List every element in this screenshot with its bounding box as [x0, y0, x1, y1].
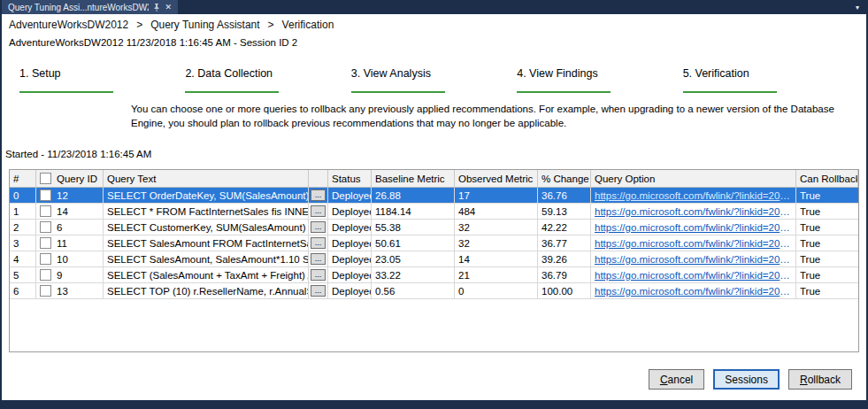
row-checkbox[interactable] — [40, 237, 51, 249]
cell-status: Deployed — [328, 188, 372, 203]
table-row[interactable]: 311SELECT SalesAmount FROM FactInternetS… — [10, 235, 858, 251]
status-bar — [2, 400, 866, 409]
row-checkbox[interactable] — [40, 189, 51, 201]
grid-header-label: Observed Metric — [458, 174, 533, 184]
wizard-step-progress-line — [517, 91, 611, 93]
breadcrumb-item[interactable]: Verification — [282, 19, 334, 31]
step-description: You can choose one or more queries to ro… — [131, 102, 855, 130]
cell-observed-metric: 21 — [455, 267, 538, 282]
cell-baseline-metric: 0.56 — [372, 283, 455, 298]
table-row[interactable]: 26SELECT CustomerKey, SUM(SalesAmount) A… — [10, 220, 858, 235]
cell-can-rollback: True — [796, 251, 858, 266]
tab-title: Query Tuning Assi...ntureWorksDW2012] — [8, 3, 149, 12]
expand-query-button[interactable]: ... — [311, 221, 326, 233]
cell-baseline-metric: 23.05 — [372, 251, 455, 266]
grid-header-label: Query Option — [595, 174, 655, 184]
cell-query-text: SELECT TOP (10) r.ResellerName, r.Annual… — [104, 283, 309, 298]
expand-query-button[interactable]: ... — [311, 205, 326, 217]
cell-observed-metric: 484 — [455, 204, 538, 219]
query-id-value: 13 — [57, 286, 68, 297]
grid-header-label: # — [13, 174, 19, 184]
wizard-step-label: 2. Data Collection — [185, 67, 350, 80]
row-checkbox[interactable] — [40, 221, 51, 233]
cell-query-id: 11 — [36, 235, 104, 251]
expand-query-button[interactable]: ... — [311, 285, 326, 297]
wizard-step-3[interactable]: 3. View Analysis — [351, 67, 517, 93]
row-checkbox[interactable] — [40, 253, 51, 265]
cell-can-rollback: True — [796, 220, 858, 235]
query-id-value: 9 — [57, 270, 62, 281]
cell-percent-change: 39.26 — [538, 251, 591, 266]
query-option-link[interactable]: https://go.microsoft.com/fwlink/?linkid=… — [595, 286, 792, 297]
main-content: AdventureWorksDW2012>Query Tuning Assist… — [2, 14, 866, 400]
expand-query-button[interactable]: ... — [311, 237, 326, 249]
breadcrumb-item[interactable]: Query Tuning Assistant — [150, 19, 259, 31]
document-tab[interactable]: Query Tuning Assi...ntureWorksDW2012] ✕ — [2, 0, 178, 14]
expand-query-button[interactable]: ... — [311, 189, 326, 201]
cell-row-index: 5 — [10, 267, 36, 282]
grid-header-cell: Baseline Metric — [372, 170, 455, 187]
cell-percent-change: 36.77 — [538, 235, 591, 251]
select-all-checkbox[interactable] — [40, 173, 51, 184]
wizard-step-2[interactable]: 2. Data Collection — [185, 67, 350, 93]
query-option-link[interactable]: https://go.microsoft.com/fwlink/?linkid=… — [595, 238, 792, 249]
cell-query-option: https://go.microsoft.com/fwlink/?linkid=… — [591, 251, 796, 266]
breadcrumb: AdventureWorksDW2012>Query Tuning Assist… — [2, 14, 866, 33]
query-option-link[interactable]: https://go.microsoft.com/fwlink/?linkid=… — [595, 206, 792, 217]
query-option-link[interactable]: https://go.microsoft.com/fwlink/?linkid=… — [595, 190, 792, 201]
table-row[interactable]: 613SELECT TOP (10) r.ResellerName, r.Ann… — [10, 283, 858, 299]
cell-query-text: SELECT SalesAmount FROM FactInternetSale… — [104, 235, 309, 251]
breadcrumb-separator: > — [268, 19, 274, 31]
cell-percent-change: 36.79 — [538, 267, 591, 282]
query-option-link[interactable]: https://go.microsoft.com/fwlink/?linkid=… — [595, 222, 792, 233]
tab-overflow-chevron-icon[interactable]: ▾ — [849, 0, 866, 14]
footer-buttons: CancelSessionsRollback — [649, 369, 852, 390]
document-tab-bar: Query Tuning Assi...ntureWorksDW2012] ✕ … — [2, 0, 866, 14]
cell-query-option: https://go.microsoft.com/fwlink/?linkid=… — [591, 204, 796, 219]
wizard-step-label: 1. Setup — [19, 67, 185, 80]
results-grid: #Query IDQuery TextStatusBaseline Metric… — [9, 169, 859, 352]
row-checkbox[interactable] — [40, 205, 51, 217]
grid-header-cell: Query ID — [36, 170, 104, 187]
wizard-step-label: 3. View Analysis — [351, 67, 517, 80]
cell-status: Deployed — [328, 267, 372, 282]
sessions-button[interactable]: Sessions — [713, 369, 780, 390]
expand-query-button[interactable]: ... — [311, 269, 326, 281]
table-row[interactable]: 114SELECT * FROM FactInternetSales fis I… — [10, 204, 858, 220]
wizard-step-progress-line — [683, 91, 777, 93]
table-row[interactable]: 012SELECT OrderDateKey, SUM(SalesAmount)… — [10, 188, 858, 204]
started-timestamp: Started - 11/23/2018 1:16:45 AM — [5, 149, 866, 159]
cell-baseline-metric: 50.61 — [372, 235, 455, 251]
cell-query-text: SELECT (SalesAmount + TaxAmt + Freight) … — [104, 267, 309, 282]
cell-query-text-expand: ... — [309, 283, 328, 298]
session-title: AdventureWorksDW2012 11/23/2018 1:16:45 … — [2, 37, 866, 50]
cell-query-option: https://go.microsoft.com/fwlink/?linkid=… — [591, 220, 796, 235]
wizard-step-5[interactable]: 5. Verification — [683, 67, 849, 93]
wizard-step-4[interactable]: 4. View Findings — [517, 67, 682, 93]
cell-query-id: 9 — [36, 267, 104, 282]
row-checkbox[interactable] — [40, 285, 51, 297]
query-option-link[interactable]: https://go.microsoft.com/fwlink/?linkid=… — [595, 254, 792, 265]
wizard-step-label: 5. Verification — [683, 67, 849, 80]
close-icon[interactable]: ✕ — [165, 4, 172, 12]
pin-icon[interactable] — [153, 4, 160, 12]
cell-query-text-expand: ... — [309, 235, 328, 251]
query-option-link[interactable]: https://go.microsoft.com/fwlink/?linkid=… — [595, 270, 792, 281]
expand-query-button[interactable]: ... — [311, 253, 326, 265]
rollback-button[interactable]: Rollback — [788, 369, 852, 390]
wizard-step-label: 4. View Findings — [517, 67, 682, 80]
wizard-step-progress-line — [351, 91, 445, 93]
cell-row-index: 0 — [10, 188, 36, 203]
cell-baseline-metric: 33.22 — [372, 267, 455, 282]
row-checkbox[interactable] — [40, 269, 51, 281]
cell-percent-change: 59.13 — [538, 204, 591, 219]
wizard-step-1[interactable]: 1. Setup — [19, 67, 185, 93]
breadcrumb-item[interactable]: AdventureWorksDW2012 — [9, 19, 128, 31]
grid-header-cell: Can Rollback — [796, 170, 858, 187]
breadcrumb-separator: > — [136, 19, 142, 31]
table-row[interactable]: 59SELECT (SalesAmount + TaxAmt + Freight… — [10, 267, 858, 283]
cell-query-text-expand: ... — [309, 267, 328, 282]
table-row[interactable]: 410SELECT SalesAmount, SalesAmount*1.10 … — [10, 251, 858, 267]
cell-query-id: 13 — [36, 283, 104, 298]
cancel-button[interactable]: Cancel — [649, 369, 704, 390]
